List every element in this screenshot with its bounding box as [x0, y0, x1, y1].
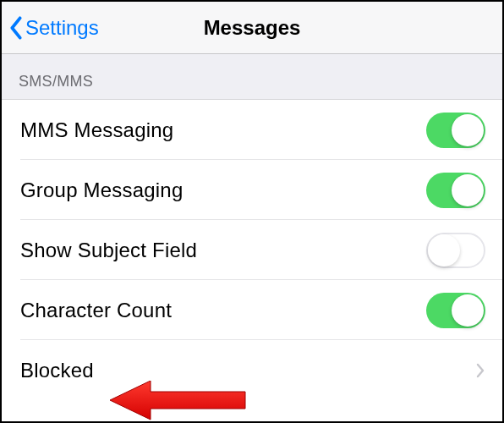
row-label: MMS Messaging — [20, 118, 173, 142]
row-label: Group Messaging — [20, 179, 183, 202]
row-group-messaging: Group Messaging — [2, 160, 502, 220]
back-button[interactable]: Settings — [8, 16, 99, 40]
row-label: Show Subject Field — [20, 239, 197, 262]
row-show-subject-field: Show Subject Field — [2, 220, 502, 280]
row-character-count: Character Count — [2, 280, 502, 340]
row-blocked[interactable]: Blocked — [2, 340, 502, 400]
toggle-knob — [452, 114, 484, 146]
back-label: Settings — [25, 16, 99, 40]
toggle-mms-messaging[interactable] — [426, 113, 485, 148]
toggle-character-count[interactable] — [426, 293, 485, 328]
row-mms-messaging: MMS Messaging — [2, 100, 502, 160]
toggle-knob — [452, 294, 484, 327]
toggle-show-subject-field[interactable] — [426, 233, 485, 268]
nav-header: Settings Messages — [2, 2, 502, 54]
chevron-left-icon — [8, 16, 24, 40]
toggle-knob — [428, 234, 460, 266]
toggle-knob — [452, 174, 484, 206]
row-label: Character Count — [20, 299, 172, 322]
row-label: Blocked — [20, 359, 94, 382]
section-header: SMS/MMS — [2, 54, 502, 100]
chevron-right-icon — [475, 362, 485, 379]
toggle-group-messaging[interactable] — [426, 173, 485, 208]
